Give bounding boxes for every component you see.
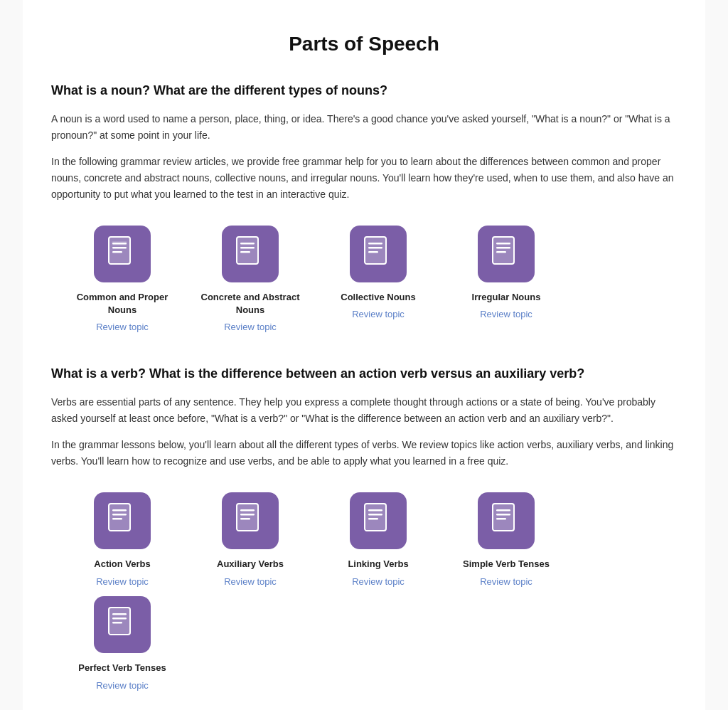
topic-card-collective-nouns: Collective Nouns Review topic [321, 226, 435, 335]
nouns-heading: What is a noun? What are the different t… [51, 80, 677, 101]
svg-rect-23 [112, 509, 127, 512]
topic-icon-linking-verbs [350, 492, 407, 549]
review-link-auxiliary-verbs[interactable]: Review topic [224, 575, 277, 590]
topic-card-common-proper-nouns: Common and Proper Nouns Review topic [65, 226, 179, 335]
topic-label-concrete-abstract-nouns: Concrete and Abstract Nouns [193, 291, 307, 317]
svg-rect-20 [496, 251, 506, 253]
topic-card-simple-verb-tenses: Simple Verb Tenses Review topic [449, 492, 563, 589]
verbs-heading: What is a verb? What is the difference b… [51, 364, 677, 384]
review-link-common-proper-nouns[interactable]: Review topic [96, 320, 149, 335]
svg-rect-38 [496, 509, 510, 512]
review-link-action-verbs[interactable]: Review topic [96, 575, 149, 590]
svg-rect-5 [112, 241, 127, 245]
verbs-paragraph-2: In the grammar lessons below, you'll lea… [51, 437, 677, 470]
svg-rect-8 [240, 243, 255, 245]
topic-icon-common-proper-nouns [94, 226, 151, 282]
nouns-paragraph-1: A noun is a word used to name a person, … [51, 111, 677, 144]
svg-rect-40 [496, 518, 506, 520]
svg-rect-44 [112, 618, 127, 620]
verbs-section: What is a verb? What is the difference b… [51, 364, 677, 470]
svg-rect-31 [365, 504, 386, 531]
document-icon [234, 502, 267, 539]
topic-icon-concrete-abstract-nouns [222, 226, 279, 282]
topic-label-perfect-verb-tenses: Perfect Verb Tenses [78, 662, 166, 674]
document-icon [362, 502, 395, 539]
page-title: Parts of Speech [51, 28, 677, 60]
svg-rect-36 [493, 504, 514, 531]
verbs-paragraph-1: Verbs are essential parts of any sentenc… [51, 394, 677, 427]
topic-label-action-verbs: Action Verbs [94, 558, 150, 571]
topic-label-common-proper-nouns: Common and Proper Nouns [65, 291, 179, 317]
svg-rect-0 [109, 237, 130, 264]
svg-rect-33 [368, 509, 382, 512]
topic-card-irregular-nouns: Irregular Nouns Review topic [449, 226, 563, 335]
svg-rect-26 [237, 504, 258, 531]
page-container: Parts of Speech What is a noun? What are… [23, 0, 705, 710]
svg-rect-30 [240, 518, 250, 520]
topic-card-concrete-abstract-nouns: Concrete and Abstract Nouns Review topic [193, 226, 307, 335]
verbs-topics-grid-row2: Perfect Verb Tenses Review topic [51, 596, 677, 693]
svg-rect-4 [112, 251, 122, 253]
svg-rect-19 [496, 247, 510, 249]
topic-label-simple-verb-tenses: Simple Verb Tenses [463, 558, 550, 571]
svg-rect-41 [109, 608, 130, 635]
topic-card-perfect-verb-tenses: Perfect Verb Tenses Review topic [65, 596, 179, 693]
topic-card-linking-verbs: Linking Verbs Review topic [321, 492, 435, 589]
document-icon [106, 606, 139, 643]
review-link-collective-nouns[interactable]: Review topic [352, 307, 405, 322]
svg-rect-16 [493, 237, 514, 264]
svg-rect-34 [368, 514, 382, 516]
svg-rect-45 [112, 622, 122, 624]
topic-icon-perfect-verb-tenses [94, 596, 151, 653]
topic-icon-irregular-nouns [478, 226, 535, 282]
svg-rect-15 [368, 251, 378, 253]
svg-rect-39 [496, 514, 510, 516]
topic-card-auxiliary-verbs: Auxiliary Verbs Review topic [193, 492, 307, 589]
document-icon [490, 502, 523, 539]
svg-rect-35 [368, 518, 378, 520]
svg-rect-14 [368, 247, 382, 249]
nouns-paragraph-2: In the following grammar review articles… [51, 154, 677, 203]
topic-icon-simple-verb-tenses [478, 492, 535, 549]
svg-rect-43 [112, 613, 127, 615]
svg-rect-25 [112, 518, 122, 520]
svg-rect-11 [365, 237, 386, 264]
review-link-perfect-verb-tenses[interactable]: Review topic [96, 679, 149, 694]
svg-rect-13 [368, 243, 382, 245]
topic-icon-collective-nouns [350, 226, 407, 282]
topic-label-irregular-nouns: Irregular Nouns [472, 291, 541, 304]
svg-rect-6 [237, 237, 258, 264]
verbs-topics-grid: Action Verbs Review topic Auxiliary Verb… [51, 492, 677, 589]
review-link-linking-verbs[interactable]: Review topic [352, 575, 405, 590]
topic-label-collective-nouns: Collective Nouns [341, 291, 415, 304]
svg-rect-28 [240, 509, 255, 512]
nouns-topics-grid: Common and Proper Nouns Review topic Con… [51, 226, 677, 335]
svg-rect-29 [240, 514, 255, 516]
svg-rect-21 [109, 504, 130, 531]
svg-rect-9 [240, 247, 255, 249]
review-link-simple-verb-tenses[interactable]: Review topic [480, 575, 532, 590]
svg-rect-10 [240, 251, 250, 253]
document-icon [234, 235, 267, 272]
review-link-irregular-nouns[interactable]: Review topic [480, 307, 532, 322]
svg-rect-24 [112, 514, 127, 516]
document-icon [362, 235, 395, 272]
nouns-section: What is a noun? What are the different t… [51, 80, 677, 203]
topic-label-auxiliary-verbs: Auxiliary Verbs [217, 558, 284, 571]
topic-card-action-verbs: Action Verbs Review topic [65, 492, 179, 589]
document-icon [106, 235, 139, 272]
review-link-concrete-abstract-nouns[interactable]: Review topic [224, 320, 277, 335]
svg-rect-3 [112, 247, 127, 249]
topic-label-linking-verbs: Linking Verbs [348, 558, 408, 571]
document-icon [490, 235, 523, 272]
topic-icon-action-verbs [94, 492, 151, 549]
document-icon [106, 502, 139, 539]
svg-rect-18 [496, 243, 510, 245]
topic-icon-auxiliary-verbs [222, 492, 279, 549]
